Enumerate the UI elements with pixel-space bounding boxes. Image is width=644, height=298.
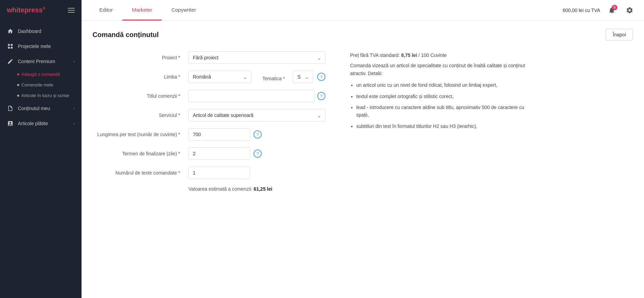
service-field: Articol de calitate superioară <box>188 109 325 121</box>
sidebar-item-adauga-comanda[interactable]: Adaugă o comandă <box>17 69 82 80</box>
tematica-select-wrapper: Selectează <box>293 71 313 83</box>
language-label: Limba * <box>92 71 188 80</box>
deadline-row: Termen de finalizare (zile) * ? <box>92 147 325 160</box>
sidebar-item-label: Articole plătite <box>18 121 48 126</box>
home-icon <box>7 28 14 35</box>
edit-icon <box>7 58 14 65</box>
page-title: Comandă conținutul <box>92 31 159 39</box>
length-input[interactable] <box>188 128 250 141</box>
sidebar-item-continut-meu[interactable]: Conținutul meu › <box>0 101 82 116</box>
project-label: Proiect * <box>92 51 188 60</box>
deadline-label: Termen de finalizare (zile) * <box>92 147 188 156</box>
estimated-row: Valoarea estimată a comenzii: 61,25 lei <box>92 186 325 192</box>
sidebar: whitepress® Dashboard Projectele mele Co… <box>0 0 82 298</box>
notification-badge: 5 <box>612 5 617 10</box>
grid-icon <box>7 43 14 50</box>
length-input-area: ? <box>188 128 262 141</box>
submenu-item-label: Adaugă o comandă <box>21 72 60 77</box>
topnav-right: 600,00 lei cu TVA 5 <box>563 0 636 20</box>
submenu-item-label: Articole în lucru și scrise <box>21 93 69 98</box>
active-bullet <box>17 73 19 75</box>
estimated-label: Valoarea estimată a comenzii: 61,25 lei <box>188 186 272 192</box>
price-line: Preț fără TVA standard: 8,75 lei / 100 C… <box>350 51 528 59</box>
sidebar-item-label: Dashboard <box>18 28 41 34</box>
service-select[interactable]: Articol de calitate superioară <box>188 109 325 121</box>
logo-reg: ® <box>43 7 45 10</box>
logo-white: white <box>7 6 24 14</box>
sidebar-item-label: Conținutul meu <box>18 106 50 111</box>
inactive-bullet <box>17 95 19 97</box>
chevron-right-icon: › <box>73 106 75 111</box>
sidebar-navigation: Dashboard Projectele mele Content Premiu… <box>0 20 82 298</box>
length-help-icon[interactable]: ? <box>253 130 262 139</box>
sidebar-item-dashboard[interactable]: Dashboard <box>0 24 82 39</box>
hamburger-button[interactable] <box>68 8 75 13</box>
quantity-input[interactable] <box>188 167 250 179</box>
tab-marketer[interactable]: Marketer <box>122 0 162 21</box>
title-help-icon[interactable]: ? <box>317 92 325 100</box>
length-label: Lungimea per text (număr de cuvinte) * <box>92 128 188 137</box>
sidebar-item-articole-platite[interactable]: Articole plătite › <box>0 116 82 131</box>
title-input[interactable] <box>188 90 314 102</box>
length-row: Lungimea per text (număr de cuvinte) * ? <box>92 128 325 141</box>
bullet-item: textul este complet ortografic și stilis… <box>356 93 528 100</box>
quantity-row: Numărul de texte comandate * <box>92 167 325 179</box>
tab-marketer-label: Marketer <box>132 7 152 13</box>
back-button[interactable]: Înapoi <box>606 29 633 40</box>
tab-copywriter[interactable]: Copywriter <box>162 0 206 21</box>
quantity-input-area <box>188 167 250 179</box>
submenu-item-label: Comenzile mele <box>21 82 53 87</box>
chevron-right-icon: › <box>73 121 75 126</box>
quantity-label: Numărul de texte comandate * <box>92 167 188 176</box>
deadline-input-area: ? <box>188 147 262 160</box>
sidebar-item-projects[interactable]: Projectele mele <box>0 39 82 54</box>
tab-copywriter-label: Copywriter <box>171 7 196 13</box>
tab-editor[interactable]: Editor <box>90 0 122 21</box>
bullet-item: subtitluri din text în formatul titluril… <box>356 122 528 130</box>
language-tematica-row: Limba * Română Tematica * <box>92 71 325 83</box>
logo-area: whitepress® <box>0 0 82 20</box>
main-area: Editor Marketer Copywriter 600,00 lei cu… <box>82 0 644 298</box>
project-row: Proiect * Fără proiect <box>92 51 325 64</box>
top-navigation: Editor Marketer Copywriter 600,00 lei cu… <box>82 0 644 21</box>
service-select-wrapper: Articol de calitate superioară <box>188 109 325 121</box>
project-select-wrapper: Fără proiect <box>188 51 325 64</box>
notifications-button[interactable]: 5 <box>606 4 618 16</box>
language-select[interactable]: Română <box>188 71 251 83</box>
project-field: Fără proiect <box>188 51 325 64</box>
bullet-item: lead - introducere cu caractere aldine s… <box>356 104 528 119</box>
tematica-label: Tematica * <box>262 72 289 81</box>
info-panel: Preț fără TVA standard: 8,75 lei / 100 C… <box>325 51 633 199</box>
project-select[interactable]: Fără proiect <box>188 51 325 64</box>
language-select-wrapper: Română <box>188 71 251 83</box>
sidebar-item-label: Projectele mele <box>18 44 51 49</box>
deadline-help-icon[interactable]: ? <box>253 150 262 158</box>
estimated-value: 61,25 lei <box>253 186 272 192</box>
tematica-select[interactable]: Selectează <box>293 71 313 83</box>
tematica-help-icon[interactable]: ? <box>317 73 325 81</box>
inactive-bullet <box>17 84 19 86</box>
sidebar-item-label: Content Premium <box>18 59 55 64</box>
sidebar-item-comenzile-mele[interactable]: Comenzile mele <box>17 80 82 90</box>
chevron-down-icon: › <box>73 59 75 64</box>
balance-display: 600,00 lei cu TVA <box>563 8 600 13</box>
page-content: Comandă conținutul Înapoi Proiect * Fără… <box>82 21 644 298</box>
settings-button[interactable] <box>623 4 636 16</box>
sidebar-item-content-premium[interactable]: Content Premium › <box>0 54 82 69</box>
title-label: Titlul comenzii * <box>92 90 188 99</box>
service-label: Serviciul * <box>92 109 188 118</box>
order-form: Proiect * Fără proiect Limba * <box>92 51 325 199</box>
content-premium-submenu: Adaugă o comandă Comenzile mele Articole… <box>0 69 82 101</box>
service-row: Serviciul * Articol de calitate superioa… <box>92 109 325 121</box>
service-description-text: Comanda vizează un articol de specialita… <box>350 62 528 77</box>
price-amount: 8,75 lei <box>401 52 417 58</box>
service-bullets-list: un articol unic cu un nivel de fond ridi… <box>350 81 528 130</box>
sidebar-item-articole-lucru[interactable]: Articole în lucru și scrise <box>17 90 82 101</box>
title-row: Titlul comenzii * ? <box>92 90 325 102</box>
file-icon <box>7 105 14 112</box>
deadline-input[interactable] <box>188 147 250 160</box>
estimated-display: Valoarea estimată a comenzii: 61,25 lei <box>188 186 272 192</box>
gear-icon <box>626 7 633 14</box>
page-header: Comandă conținutul Înapoi <box>92 29 633 40</box>
logo-text: whitepress® <box>7 6 45 14</box>
